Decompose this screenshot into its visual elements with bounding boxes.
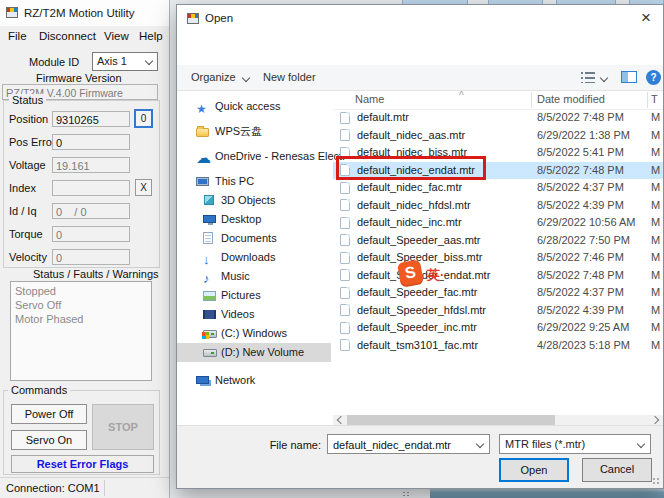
file-date: 8/5/2022 7:48 PM [537, 269, 624, 281]
dialog-title: Open [205, 12, 233, 24]
download-icon [203, 251, 217, 264]
chevron-down-icon[interactable] [600, 74, 608, 82]
sidebar-item-wps-cloud[interactable]: WPS云盘 [177, 122, 331, 141]
module-id-select[interactable]: Axis 1 [92, 52, 158, 71]
voltage-field: 19.161 [52, 157, 130, 173]
sidebar-item-onedrive[interactable]: OneDrive - Renesas Electr [177, 147, 331, 166]
sidebar-item-label: Quick access [215, 97, 280, 116]
preview-pane-icon[interactable] [621, 71, 637, 83]
sidebar-item-this-pc[interactable]: This PC [177, 172, 331, 191]
column-name[interactable]: Name [355, 93, 384, 105]
file-name-combo[interactable] [327, 434, 490, 454]
file-row[interactable]: default_tsm3101_fac.mtr 4/28/2023 5:18 P… [333, 337, 663, 355]
sogou-ime-logo[interactable]: S [397, 259, 424, 288]
file-row[interactable]: default_Speeder_fac.mtr 8/5/2022 4:37 PM… [333, 284, 663, 302]
sidebar-item-c-drive[interactable]: (C:) Windows [177, 324, 331, 343]
fault-item: Servo Off [15, 298, 147, 312]
resize-grip-icon[interactable] [652, 477, 661, 486]
file-date: 8/5/2022 4:37 PM [537, 286, 624, 298]
pos-error-label: Pos Error [9, 136, 55, 148]
file-name-label: File name: [257, 439, 321, 451]
file-icon [340, 199, 350, 211]
index-x-button[interactable]: X [135, 179, 152, 196]
sidebar-item-pictures[interactable]: Pictures [177, 286, 331, 305]
file-icon [340, 287, 350, 299]
file-row[interactable]: default_Speeder_aas.mtr 6/28/2022 7:50 P… [333, 232, 663, 250]
file-type-select[interactable]: MTR files (*.mtr) [499, 434, 651, 454]
scrollbar-thumb[interactable] [347, 415, 555, 425]
file-icon [340, 129, 350, 141]
view-mode-icon[interactable] [581, 72, 595, 83]
file-icon [340, 269, 350, 281]
file-row[interactable]: default_nidec_aas.mtr 6/29/2022 1:38 PM … [333, 127, 663, 145]
ime-mode-text: 英 [427, 267, 440, 282]
position-field[interactable]: 9310265 [52, 111, 130, 127]
file-name-input[interactable] [331, 436, 473, 454]
organize-button[interactable]: Organize [191, 71, 236, 83]
sidebar-item-documents[interactable]: Documents [177, 229, 331, 248]
sidebar-item-label: WPS云盘 [215, 122, 262, 141]
faults-listbox[interactable]: Stopped Servo Off Motor Phased [10, 281, 152, 381]
sidebar-item-label: Documents [221, 229, 277, 248]
chevron-down-icon[interactable] [476, 440, 484, 448]
position-zero-button[interactable]: 0 [134, 109, 153, 128]
file-row[interactable]: default.mtr 8/5/2022 7:48 PM M [333, 109, 663, 127]
servo-on-button[interactable]: Servo On [11, 430, 87, 450]
menu-help[interactable]: Help [139, 30, 163, 42]
scroll-left-icon[interactable] [337, 416, 345, 424]
column-type[interactable]: T [651, 93, 658, 105]
sidebar-item-music[interactable]: Music [177, 267, 331, 286]
module-id-label: Module ID [29, 56, 79, 68]
file-list: default.mtr 8/5/2022 7:48 PM M default_n… [333, 109, 663, 354]
menu-file[interactable]: File [8, 30, 27, 42]
status-group: Status Position 9310265 0 Pos Error 0 Vo… [3, 100, 160, 268]
firmware-version-label: Firmware Version [36, 72, 122, 84]
menu-disconnect[interactable]: Disconnect [39, 30, 96, 42]
column-date-modified[interactable]: Date modified [537, 93, 605, 105]
pos-error-field: 0 [52, 134, 130, 150]
sidebar-item-d-drive[interactable]: (D:) New Volume [177, 343, 331, 362]
power-off-button[interactable]: Power Off [11, 404, 87, 424]
open-button[interactable]: Open [499, 458, 569, 482]
sidebar-item-network[interactable]: Network [177, 371, 331, 390]
sidebar-item-downloads[interactable]: Downloads [177, 248, 331, 267]
sidebar-item-label: (D:) New Volume [221, 343, 304, 362]
sidebar-item-label: Pictures [221, 286, 261, 305]
help-icon[interactable] [646, 70, 661, 85]
statusbar-divider [104, 480, 105, 496]
horizontal-scrollbar[interactable] [333, 415, 663, 425]
file-name: default_nidec_hfdsl.mtr [357, 199, 471, 211]
close-icon[interactable] [629, 5, 663, 33]
column-divider[interactable] [647, 92, 648, 108]
file-row[interactable]: default_Speeder_biss.mtr 8/5/2022 7:46 P… [333, 249, 663, 267]
stop-button: STOP [92, 404, 154, 450]
drive-icon [203, 330, 217, 338]
file-icon [340, 182, 350, 194]
sidebar-item-label: Network [215, 371, 255, 390]
star-icon [196, 100, 210, 113]
sidebar-item-videos[interactable]: Videos [177, 305, 331, 324]
file-type-value: MTR files (*.mtr) [505, 438, 585, 450]
file-row[interactable]: default_Speeder_inc.mtr 6/29/2022 9:25 A… [333, 319, 663, 337]
main-titlebar[interactable]: RZ/T2M Motion Utility [0, 0, 169, 27]
sidebar-item-label: This PC [215, 172, 254, 191]
new-folder-button[interactable]: New folder [263, 71, 316, 83]
folder-icon [196, 128, 209, 137]
ime-language-indicator[interactable]: 英· [427, 266, 444, 284]
scroll-right-icon[interactable] [651, 416, 659, 424]
file-row[interactable]: default_Speeder_hfdsl.mtr 8/5/2022 4:39 … [333, 302, 663, 320]
sidebar-item-3d-objects[interactable]: 3D Objects [177, 191, 331, 210]
file-row[interactable]: default_nidec_inc.mtr 6/29/2022 10:56 AM… [333, 214, 663, 232]
file-row[interactable]: default_nidec_hfdsl.mtr 8/5/2022 4:39 PM… [333, 197, 663, 215]
menu-view[interactable]: View [104, 30, 129, 42]
sidebar-item-desktop[interactable]: Desktop [177, 210, 331, 229]
torque-field: 0 [52, 226, 130, 242]
sidebar-item-quick-access[interactable]: Quick access [177, 97, 331, 116]
file-row[interactable]: default_Speeder_endat.mtr 8/5/2022 7:48 … [333, 267, 663, 285]
dialog-titlebar[interactable]: Open [177, 5, 663, 33]
reset-error-flags-button[interactable]: Reset Error Flags [11, 455, 154, 473]
file-row[interactable]: default_nidec_fac.mtr 8/5/2022 4:37 PM M [333, 179, 663, 197]
file-date: 6/29/2022 10:56 AM [537, 216, 635, 228]
column-divider[interactable] [531, 92, 532, 108]
cancel-button[interactable]: Cancel [582, 458, 652, 482]
